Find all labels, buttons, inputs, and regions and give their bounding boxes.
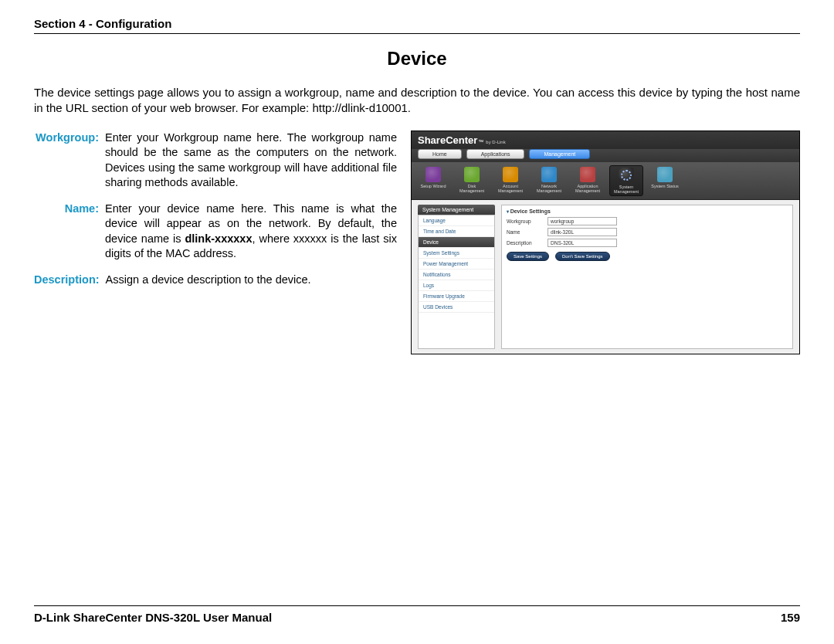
tool-account-management[interactable]: Account Management	[493, 165, 527, 196]
screenshot-panel: ShareCenter™by D-Link Home Applications …	[411, 130, 800, 354]
footer-page-number: 159	[781, 611, 800, 624]
brand-name: ShareCenter	[418, 134, 477, 146]
workgroup-input[interactable]: workgroup	[548, 217, 617, 225]
dont-save-settings-button[interactable]: Don't Save Settings	[555, 252, 610, 261]
field-name: Name dlink-320L	[507, 228, 788, 236]
description-input[interactable]: DNS-320L	[548, 239, 617, 247]
icon-label: Application Management	[571, 184, 605, 193]
tool-system-status[interactable]: System Status	[648, 165, 682, 196]
def-description: Description: Assign a device description…	[34, 273, 397, 288]
def-workgroup: Workgroup: Enter your Workgroup name her…	[34, 130, 397, 191]
field-label: Workgroup	[507, 219, 541, 224]
wizard-icon	[425, 167, 441, 182]
def-name: Name: Enter your device name here. This …	[34, 202, 397, 262]
field-description: Description DNS-320L	[507, 239, 788, 247]
tab-management[interactable]: Management	[529, 149, 590, 159]
network-icon	[541, 167, 557, 182]
side-nav-list: Language Time and Date Device System Set…	[418, 215, 495, 349]
main-panel-title: Device Settings	[507, 208, 788, 214]
footer-manual-title: D-Link ShareCenter DNS-320L User Manual	[34, 611, 272, 624]
side-panel: System Management Language Time and Date…	[418, 205, 495, 349]
definition-list: Workgroup: Enter your Workgroup name her…	[34, 130, 397, 354]
app-brand-bar: ShareCenter™by D-Link	[412, 131, 799, 149]
side-panel-title: System Management	[418, 205, 495, 215]
status-icon	[657, 167, 673, 182]
main-panel: Device Settings Workgroup workgroup Name…	[501, 205, 793, 349]
icon-label: Network Management	[532, 184, 566, 193]
section-header: Section 4 - Configuration	[34, 17, 800, 34]
sidebar-item-language[interactable]: Language	[419, 215, 494, 226]
icon-label: Account Management	[493, 184, 527, 193]
icon-toolbar: Setup Wizard Disk Management Account Man…	[412, 162, 799, 200]
def-label: Workgroup:	[34, 130, 105, 191]
save-settings-button[interactable]: Save Settings	[507, 252, 549, 261]
sidebar-item-device[interactable]: Device	[419, 237, 494, 248]
def-text-bold: dlink-xxxxxx	[185, 232, 252, 245]
disk-icon	[464, 167, 480, 182]
tab-applications[interactable]: Applications	[466, 149, 525, 159]
application-icon	[580, 167, 595, 182]
account-icon	[503, 167, 518, 182]
sidebar-item-power-management[interactable]: Power Management	[419, 259, 494, 269]
icon-label: System Status	[651, 184, 678, 188]
brand-byline: by D-Link	[486, 140, 505, 144]
tool-disk-management[interactable]: Disk Management	[455, 165, 489, 196]
icon-label: Setup Wizard	[420, 184, 446, 188]
def-label: Name:	[34, 202, 105, 262]
sidebar-item-firmware-upgrade[interactable]: Firmware Upgrade	[419, 291, 494, 302]
tool-system-management[interactable]: System Management	[609, 165, 643, 196]
name-input[interactable]: dlink-320L	[548, 228, 617, 236]
page-title: Device	[34, 48, 800, 69]
main-tabs: Home Applications Management	[412, 149, 799, 162]
sidebar-item-usb-devices[interactable]: USB Devices	[419, 302, 494, 313]
def-text: Assign a device description to the devic…	[106, 273, 397, 288]
def-label: Description:	[34, 273, 106, 288]
field-workgroup: Workgroup workgroup	[507, 217, 788, 225]
page-footer: D-Link ShareCenter DNS-320L User Manual …	[34, 605, 800, 624]
tool-application-management[interactable]: Application Management	[571, 165, 605, 196]
def-text: Enter your Workgroup name here. The work…	[105, 130, 397, 191]
intro-paragraph: The device settings page allows you to a…	[34, 85, 800, 117]
tool-setup-wizard[interactable]: Setup Wizard	[416, 165, 450, 196]
sidebar-item-notifications[interactable]: Notifications	[419, 269, 494, 280]
icon-label: Disk Management	[455, 184, 489, 193]
def-text: Enter your device name here. This name i…	[105, 202, 397, 262]
gear-icon	[619, 168, 634, 183]
tool-network-management[interactable]: Network Management	[532, 165, 566, 196]
field-label: Name	[507, 229, 541, 235]
tab-home[interactable]: Home	[418, 149, 462, 159]
sidebar-item-time-and-date[interactable]: Time and Date	[419, 226, 494, 237]
sidebar-item-system-settings[interactable]: System Settings	[419, 248, 494, 259]
trademark: ™	[478, 139, 483, 144]
field-label: Description	[507, 240, 541, 246]
sidebar-item-logs[interactable]: Logs	[419, 280, 494, 291]
icon-label: System Management	[610, 185, 642, 194]
